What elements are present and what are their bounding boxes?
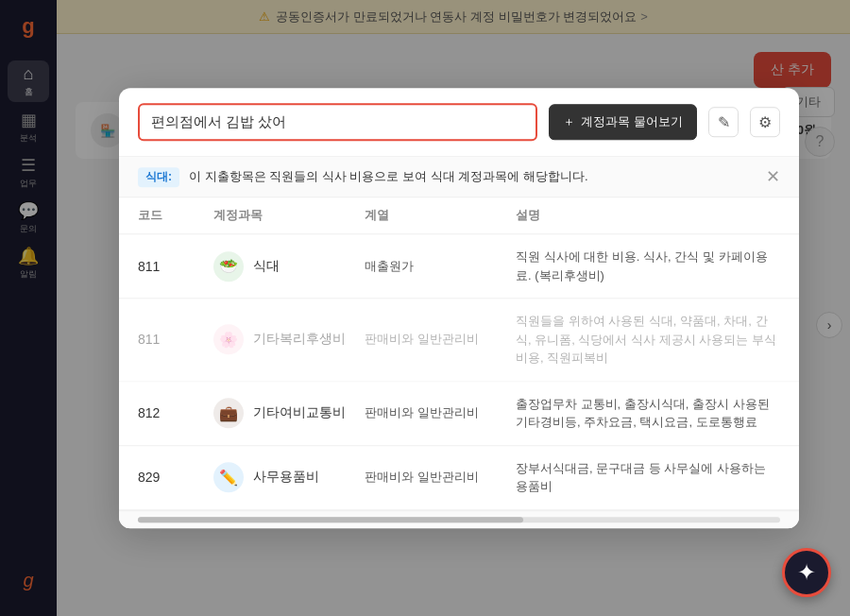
table-row[interactable]: 811 🌸 기타복리후생비 판매비와 일반관리비 직원들을 위하여 사용된 식대… (119, 299, 799, 382)
table-header: 코드 계정과목 계열 설명 (119, 197, 799, 234)
col-category: 계열 (365, 207, 516, 224)
edit-button[interactable]: ✎ (708, 107, 739, 137)
table-body: 811 🥗 식대 매출원가 직원 식사에 대한 비용. 식사, 간식 및 카페이… (119, 234, 799, 510)
row-code-4: 829 (138, 470, 213, 485)
fab-button[interactable]: ✦ (782, 548, 831, 597)
row-account-3: 💼 기타여비교통비 (213, 398, 365, 428)
row-account-4: ✏️ 사무용품비 (213, 462, 365, 492)
account-icon-2: 🌸 (213, 325, 244, 355)
account-icon-3: 💼 (213, 398, 244, 428)
account-name-3: 기타여비교통비 (253, 404, 346, 421)
ask-account-label: 계정과목 물어보기 (581, 113, 683, 130)
row-code-1: 811 (138, 259, 213, 274)
ai-hint-close-button[interactable]: ✕ (766, 166, 780, 187)
ask-plus-icon: ＋ (563, 113, 575, 130)
col-code: 코드 (138, 207, 213, 224)
fab-icon: ✦ (797, 559, 816, 586)
table-row[interactable]: 811 🥗 식대 매출원가 직원 식사에 대한 비용. 식사, 간식 및 카페이… (119, 234, 799, 299)
row-desc-1: 직원 식사에 대한 비용. 식사, 간식 및 카페이용료. (복리후생비) (516, 248, 780, 284)
settings-button[interactable]: ⚙ (750, 107, 780, 137)
row-account-2: 🌸 기타복리후생비 (213, 325, 365, 355)
table-row[interactable]: 812 💼 기타여비교통비 판매비와 일반관리비 출장업무차 교통비, 출장시식… (119, 382, 799, 446)
row-category-3: 판매비와 일반관리비 (365, 404, 516, 421)
settings-icon: ⚙ (758, 113, 772, 131)
row-desc-2: 직원들을 위하여 사용된 식대, 약품대, 차대, 간식, 유니폼, 식당에서 … (516, 312, 780, 368)
modal-header: ＋ 계정과목 물어보기 ✎ ⚙ (119, 88, 799, 157)
row-desc-3: 출장업무차 교통비, 출장시식대, 출장시 사용된 기타경비등, 주차요금, 택… (516, 395, 780, 432)
table-row[interactable]: 829 ✏️ 사무용품비 판매비와 일반관리비 장부서식대금, 문구대금 등 사… (119, 446, 799, 510)
col-account: 계정과목 (213, 207, 365, 224)
ai-hint-bar: 식대: 이 지출항목은 직원들의 식사 비용으로 보여 식대 계정과목에 해당합… (119, 157, 799, 197)
row-category-4: 판매비와 일반관리비 (365, 469, 516, 486)
modal-dialog: ＋ 계정과목 물어보기 ✎ ⚙ 식대: 이 지출항목은 직원들의 식사 비용으로… (119, 88, 799, 528)
row-account-1: 🥗 식대 (213, 251, 365, 282)
ask-account-button[interactable]: ＋ 계정과목 물어보기 (549, 104, 697, 140)
account-name-2: 기타복리후생비 (253, 332, 346, 349)
scrollbar-thumb (138, 517, 523, 522)
edit-icon: ✎ (718, 113, 730, 131)
search-input[interactable] (138, 103, 537, 141)
col-description: 설명 (516, 207, 780, 224)
row-category-2: 판매비와 일반관리비 (365, 332, 516, 349)
ai-hint-text: 이 지출항목은 직원들의 식사 비용으로 보여 식대 계정과목에 해당합니다. (189, 168, 588, 185)
account-icon-1: 🥗 (213, 251, 244, 282)
account-icon-4: ✏️ (213, 462, 244, 492)
account-name-1: 식대 (253, 258, 280, 275)
horizontal-scrollbar[interactable] (138, 517, 780, 522)
row-code-2: 811 (138, 333, 213, 348)
row-code-3: 812 (138, 405, 213, 420)
account-name-4: 사무용품비 (253, 469, 319, 486)
row-category-1: 매출원가 (365, 258, 516, 275)
ai-hint-tag: 식대: (138, 167, 179, 187)
row-desc-4: 장부서식대금, 문구대금 등 사무실에 사용하는 용품비 (516, 459, 780, 496)
modal-footer (119, 510, 799, 528)
